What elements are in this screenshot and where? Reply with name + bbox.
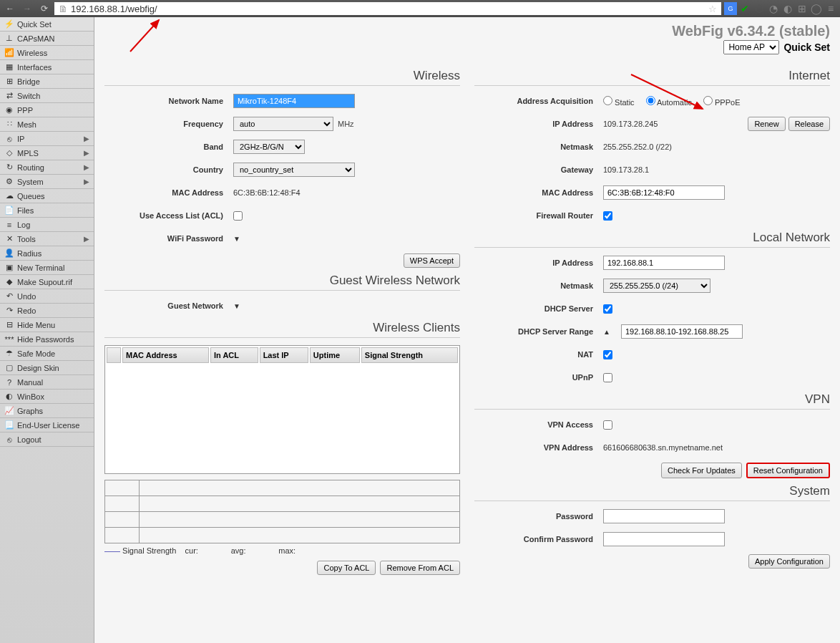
upnp-label: UPnP: [474, 373, 603, 382]
sidebar-item-redo[interactable]: ↷Redo: [0, 304, 94, 318]
sidebar-item-switch[interactable]: ⇄Switch: [0, 89, 94, 103]
acq-static-radio[interactable]: [603, 96, 612, 105]
confirm-password-input[interactable]: [603, 532, 725, 546]
wifi-password-toggle[interactable]: ▼: [233, 235, 240, 243]
url-text: 192.168.88.1/webfig/: [71, 4, 157, 14]
renew-button[interactable]: Renew: [748, 117, 785, 131]
sidebar-item-label: IP: [17, 135, 24, 143]
reload-button[interactable]: ⟳: [37, 2, 52, 15]
sidebar-icon: ▣: [4, 263, 14, 273]
sidebar-icon: ***: [4, 334, 14, 344]
band-select[interactable]: 2GHz-B/G/N: [233, 140, 305, 154]
sidebar-icon: ◆: [4, 277, 14, 287]
sidebar-item-hide-passwords[interactable]: ***Hide Passwords: [0, 332, 94, 347]
internet-mac-input[interactable]: [603, 185, 725, 200]
guest-network-toggle[interactable]: ▼: [233, 302, 240, 310]
wps-accept-button[interactable]: WPS Accept: [404, 253, 460, 268]
internet-netmask-label: Netmask: [474, 142, 603, 151]
vpn-address-value: 661606680638.sn.mynetname.net: [603, 443, 723, 452]
signal-legend: —— Signal Strength cur: avg: max:: [104, 546, 460, 555]
quickset-selector: Home AP Quick Set: [723, 40, 830, 54]
password-input[interactable]: [603, 509, 725, 523]
local-netmask-select[interactable]: 255.255.255.0 (/24): [603, 279, 710, 293]
sidebar-item-wireless[interactable]: 📶Wireless: [0, 46, 94, 60]
sidebar-item-files[interactable]: 📄Files: [0, 203, 94, 218]
internet-title: Internet: [474, 69, 830, 86]
forward-button[interactable]: →: [20, 2, 34, 15]
sidebar-item-radius[interactable]: 👤Radius: [0, 246, 94, 261]
sidebar-item-label: Files: [17, 206, 34, 215]
sidebar-item-mesh[interactable]: ∷Mesh: [0, 117, 94, 132]
sidebar-item-end-user-license[interactable]: 📃End-User License: [0, 418, 94, 432]
upnp-checkbox[interactable]: [603, 373, 612, 382]
sidebar-item-bridge[interactable]: ⊞Bridge: [0, 74, 94, 89]
network-name-input[interactable]: [233, 94, 355, 108]
sidebar-item-log[interactable]: ≡Log: [0, 218, 94, 232]
sidebar-item-label: Wireless: [17, 49, 47, 57]
dhcp-checkbox[interactable]: [603, 304, 612, 314]
sidebar-item-label: Interfaces: [17, 63, 52, 72]
sidebar-item-capsman[interactable]: ⊥CAPsMAN: [0, 32, 94, 46]
dhcp-range-toggle[interactable]: ▲: [603, 328, 610, 336]
dhcp-range-label: DHCP Server Range: [474, 327, 603, 336]
addr-acq-group: Static Automatic PPPoE: [603, 96, 830, 107]
vpn-access-label: VPN Access: [474, 420, 603, 429]
dhcp-label: DHCP Server: [474, 304, 603, 313]
sidebar-item-label: Logout: [17, 435, 41, 444]
back-button[interactable]: ←: [3, 2, 17, 15]
acq-auto-radio[interactable]: [646, 96, 655, 105]
clients-title: Wireless Clients: [104, 321, 460, 338]
sidebar-item-ppp[interactable]: ◉PPP: [0, 103, 94, 117]
sidebar-item-label: End-User License: [17, 421, 79, 430]
apply-config-button[interactable]: Apply Configuration: [748, 554, 830, 569]
vpn-access-checkbox[interactable]: [603, 420, 612, 430]
sidebar-icon: ↻: [4, 163, 14, 173]
sidebar-item-new-terminal[interactable]: ▣New Terminal: [0, 261, 94, 275]
sidebar-item-label: Quick Set: [17, 20, 52, 29]
sidebar-item-design-skin[interactable]: ▢Design Skin: [0, 361, 94, 375]
sidebar-item-graphs[interactable]: 📈Graphs: [0, 404, 94, 418]
country-select[interactable]: no_country_set: [233, 163, 355, 177]
acl-checkbox[interactable]: [233, 211, 243, 221]
sidebar-item-winbox[interactable]: ◐WinBox: [0, 390, 94, 404]
sidebar-item-safe-mode[interactable]: ☂Safe Mode: [0, 347, 94, 361]
dhcp-range-input[interactable]: [621, 324, 743, 339]
nat-label: NAT: [474, 350, 603, 359]
mode-select[interactable]: Home AP: [723, 40, 779, 54]
password-label: Password: [474, 512, 603, 521]
sidebar-item-make-supout-rif[interactable]: ◆Make Supout.rif: [0, 275, 94, 289]
local-ip-input[interactable]: [603, 256, 725, 270]
sidebar-item-mpls[interactable]: ◇MPLS▶: [0, 146, 94, 160]
frequency-select[interactable]: auto: [233, 117, 333, 131]
sidebar-item-queues[interactable]: ☁Queues: [0, 189, 94, 203]
remove-from-acl-button[interactable]: Remove From ACL: [380, 561, 460, 575]
sidebar-icon: ?: [4, 377, 14, 387]
nat-checkbox[interactable]: [603, 350, 612, 359]
svg-line-0: [130, 20, 159, 52]
sidebar-item-hide-menu[interactable]: ⊟Hide Menu: [0, 318, 94, 332]
firewall-checkbox[interactable]: [603, 211, 612, 221]
page-icon: 🗎: [59, 4, 68, 14]
sidebar-item-interfaces[interactable]: ▦Interfaces: [0, 60, 94, 74]
sidebar-item-tools[interactable]: ✕Tools▶: [0, 232, 94, 246]
check-updates-button[interactable]: Check For Updates: [661, 463, 742, 478]
sidebar-item-ip[interactable]: ⎋IP▶: [0, 132, 94, 146]
sidebar-item-label: Switch: [17, 92, 40, 100]
internet-ip-value: 109.173.28.245: [603, 120, 658, 128]
sidebar-item-undo[interactable]: ↶Undo: [0, 289, 94, 304]
url-bar[interactable]: 🗎 192.168.88.1/webfig/ ☆: [54, 2, 721, 15]
system-title: System: [474, 484, 830, 501]
chevron-right-icon: ▶: [84, 135, 89, 142]
release-button[interactable]: Release: [788, 117, 830, 131]
sidebar-item-manual[interactable]: ?Manual: [0, 375, 94, 390]
wireless-mac-value: 6C:3B:6B:12:48:F4: [233, 188, 301, 197]
sidebar-item-logout[interactable]: ⎋Logout: [0, 432, 94, 447]
copy-to-acl-button[interactable]: Copy To ACL: [317, 561, 376, 575]
acq-pppoe-radio[interactable]: [703, 96, 713, 105]
sidebar-item-quick-set[interactable]: ⚡Quick Set: [0, 17, 94, 32]
sidebar-icon: ⎋: [4, 134, 14, 144]
reset-config-button[interactable]: Reset Configuration: [746, 463, 830, 478]
sidebar-item-system[interactable]: ⚙System▶: [0, 175, 94, 189]
sidebar-item-label: Hide Menu: [17, 321, 55, 329]
sidebar-item-routing[interactable]: ↻Routing▶: [0, 160, 94, 175]
